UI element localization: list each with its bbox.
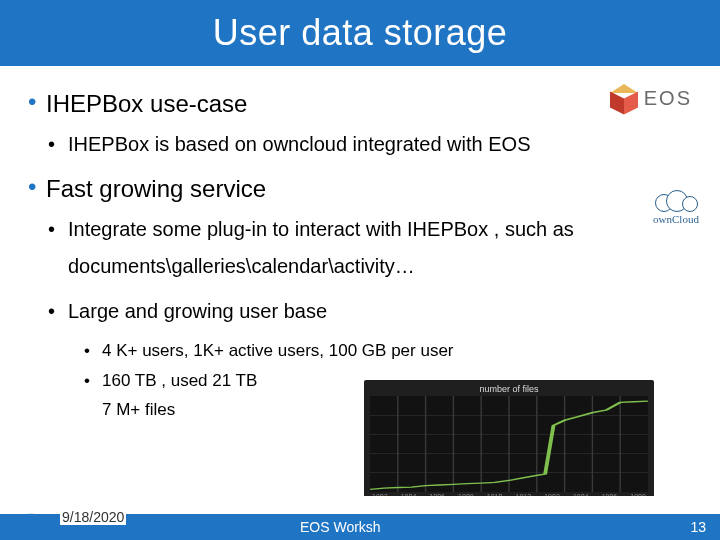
title-bar: User data storage [0,0,720,66]
footer-page-number: 13 [690,519,706,535]
owncloud-logo-text: ownCloud [653,213,699,225]
bullet-usecase: IHEPBox use-case [28,90,692,118]
slide-content: IHEPBox use-case IHEPBox is based on own… [0,66,720,423]
bullet-userbase: Large and growing user base [48,293,692,330]
owncloud-logo: ownCloud [652,190,700,225]
slide-title: User data storage [213,12,508,54]
eos-logo-text: EOS [644,87,692,110]
chart-title: number of files [370,384,648,394]
footer-date: 9/18/2020 [60,509,126,525]
chart-plot-area [370,396,648,492]
files-chart: number of files 180218041806180818101812… [364,380,654,506]
bullet-plugin: Integrate some plug-in to interact with … [48,211,692,285]
bullet-users-count: 4 K+ users, 1K+ active users, 100 GB per… [84,338,692,364]
bullet-usecase-sub: IHEPBox is based on owncloud integrated … [48,126,692,163]
bullet-fast-growing: Fast growing service [28,175,692,203]
footer-mid: EOS Worksh [300,519,381,535]
footer-bar: 9/18/2020 EOS Worksh 13 [0,514,720,540]
cloud-icon [652,190,700,212]
eos-cube-icon [610,84,638,112]
eos-logo: EOS [610,84,692,112]
